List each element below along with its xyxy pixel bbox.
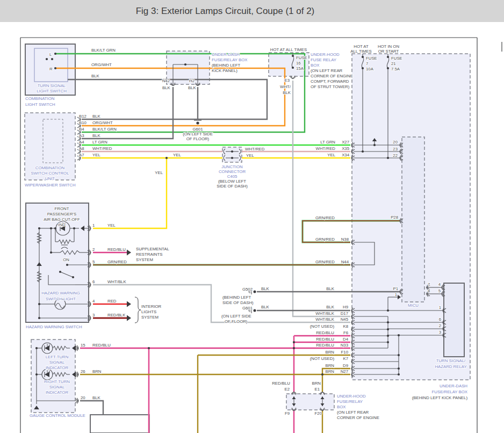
junction-dot — [387, 321, 389, 323]
diagram-label: BLK — [261, 286, 270, 291]
junction-dot — [293, 347, 295, 349]
diagram-label: SIGNAL — [49, 385, 65, 389]
diagram-stage: BLK/LT GRNORG/WHTBLKLRTURN SIGNALLIGHT S… — [0, 0, 504, 433]
diagram-label: 1 — [92, 223, 95, 228]
diagram-label: (ON LEFT SIDE — [183, 132, 213, 136]
diagram-label: (ON LEFT SIDE — [221, 314, 251, 319]
diagram-label: SYSTEM — [141, 315, 159, 320]
diagram-label: BLK — [92, 114, 101, 119]
diagram-label: H9 — [343, 305, 348, 309]
diagram-label: RED/BLU — [272, 381, 290, 386]
diagram-label: K8 — [343, 324, 348, 329]
diagram-label: 5 — [438, 288, 441, 293]
diagram-label: HOT AT ALL TIMES — [270, 47, 307, 52]
junction-dot — [362, 56, 364, 58]
diagram-label: BRN — [92, 369, 101, 374]
diagram-label: LT GRN — [320, 140, 335, 145]
ground-icon — [254, 291, 256, 293]
diagram-label: 20 — [81, 395, 85, 400]
diagram-label: OF STRUT TOWER) — [311, 84, 350, 89]
component-box — [222, 147, 242, 162]
diagram-label: PASSENGER'S — [47, 212, 77, 216]
diagram-label: 16 — [296, 61, 301, 66]
diagram-label: A8 — [79, 146, 84, 151]
diagram-label: BLK — [91, 74, 100, 78]
diagram-label: 6 — [92, 279, 95, 284]
diagram-label: ORG/WHT — [92, 120, 113, 125]
diagram-label: CORNER OF ENGINE — [311, 74, 353, 78]
diagram-label: COMBINATION — [25, 96, 54, 101]
component-box — [286, 394, 334, 410]
diagram-label: UNIT — [45, 176, 55, 181]
diagram-label: BLK — [261, 305, 270, 309]
junction-dot — [72, 276, 74, 278]
junction-dot — [59, 271, 61, 273]
junction-dot — [50, 227, 52, 229]
diagram-label: (ON LEFT REAR — [337, 410, 369, 415]
junction-dot — [165, 157, 168, 159]
wire-YEL — [93, 158, 167, 228]
diagram-label: C405 — [227, 174, 237, 179]
diagram-label: YEL — [246, 153, 254, 158]
junction-dot — [148, 347, 150, 349]
junction-dot — [54, 67, 56, 69]
diagram-label: INDICATOR — [46, 365, 69, 370]
diagram-label: WHT/BLK — [107, 279, 126, 284]
diagram-label: UNDER-DASH — [440, 384, 467, 388]
diagram-label: RED/BLK — [107, 313, 126, 317]
diagram-label: BRN — [326, 363, 334, 368]
diagram-label: COMBINATION — [35, 165, 64, 170]
diagram-label: OF FLOOR) — [225, 319, 248, 324]
junction-dot — [73, 227, 75, 229]
diagram-label: TURN SIGNAL — [38, 83, 66, 88]
junction-dot — [398, 367, 400, 370]
diagram-label: A7 — [79, 153, 84, 157]
diagram-label: CORNER OF ENGINE — [337, 415, 379, 420]
figure-title: Fig 3: Exterior Lamps Circuit, Coupe (1 … — [136, 6, 315, 17]
diagram-label: N42 — [162, 78, 170, 83]
diagram-label: FUSE/RELAY BOX — [432, 389, 468, 394]
diagram-label: BLK — [283, 90, 291, 95]
diagram-label: HOT IN ON — [378, 44, 399, 49]
diagram-label: BRN — [326, 369, 334, 374]
diagram-label: OF FLOOR) — [186, 136, 210, 141]
diagram-label: ON — [63, 257, 69, 262]
diagram-label: UNDER-HOOD — [337, 394, 366, 399]
diagram-label: IND — [58, 222, 66, 227]
junction-dot — [292, 67, 294, 69]
diagram-label: 3 — [92, 313, 95, 317]
diagram-label: FUSE — [391, 56, 402, 61]
diagram-label: SIDE OF DASH) — [222, 300, 254, 305]
junction-dot — [231, 150, 233, 153]
diagram-label: E2 — [284, 387, 290, 392]
diagram-label: P1 — [393, 286, 398, 291]
diagram-label: WHT/RED — [92, 146, 112, 151]
diagram-label: D9 — [343, 363, 348, 368]
diagram-label: (BEHIND LEFT — [222, 295, 251, 300]
diagram-label: WIPER/WASHER SWITCH — [25, 183, 76, 187]
junction-dot — [46, 58, 48, 60]
diagram-label: GRN/RED — [315, 215, 335, 220]
diagram-label: A3 — [79, 133, 84, 138]
diagram-label: SYSTEM — [136, 257, 153, 262]
diagram-label: 3 — [439, 330, 441, 335]
diagram-label: BLK/LT GRN — [92, 127, 117, 132]
diagram-label: 1 — [395, 292, 397, 297]
diagram-label: LIGHTS — [141, 309, 156, 314]
diagram-label: 23 — [393, 147, 398, 151]
diagram-label: (NOT USED) — [310, 356, 335, 361]
diagram-label: BLK/LT GRN — [91, 48, 116, 53]
diagram-label: BRN — [326, 350, 334, 355]
diagram-label: 15A — [296, 66, 304, 71]
diagram-label: GRN/RED — [315, 237, 335, 242]
diagram-label: WHT/RED — [316, 146, 336, 151]
diagram-label: UNDER-HOOD — [311, 52, 340, 57]
junction-dot — [362, 150, 364, 153]
diagram-label: UNDER-DASH — [212, 52, 240, 57]
diagram-label: 2 — [439, 323, 441, 328]
diagram-label: 20 — [393, 140, 398, 145]
junction-dot — [50, 251, 52, 254]
diagram-label: N27 — [341, 369, 348, 374]
diagram-label: OR START — [378, 49, 399, 54]
diagram-label: B10 — [79, 120, 87, 125]
